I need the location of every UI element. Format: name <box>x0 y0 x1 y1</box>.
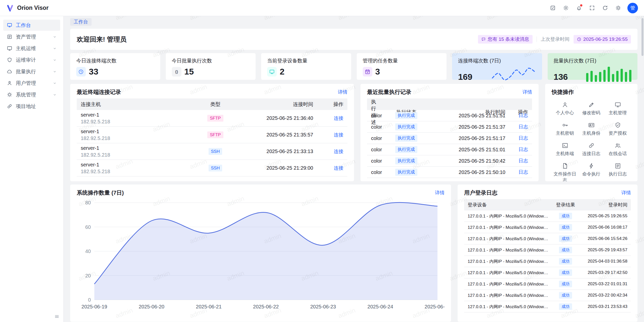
login-device: 127.0.0.1 - 内网IP - Mozilla/5.0 (Windows … <box>464 225 552 230</box>
top-bar: Orion Visor 管 <box>0 0 644 16</box>
sidebar-item[interactable]: 批量执行 <box>3 66 60 77</box>
login-device: 127.0.0.1 - 内网IP - Mozilla/5.0 (Windows … <box>464 293 552 298</box>
terminal-rows: server-1 182.92.5.218 SFTP 2025-06-25 21… <box>77 110 347 176</box>
result-badge: 成功 <box>559 303 572 310</box>
table-row: 127.0.0.1 - 内网IP - Mozilla/5.0 (Windows … <box>464 222 631 233</box>
stat-value: 136 <box>554 72 568 82</box>
login-rows: 127.0.0.1 - 内网IP - Mozilla/5.0 (Windows … <box>464 210 631 312</box>
quick-action-label: 主机管理 <box>609 110 627 116</box>
host-ip: 182.92.5.218 <box>81 168 192 175</box>
last-login-time-chip: 2025-06-25 19:26:55 <box>574 35 631 44</box>
stat-value: 3 <box>375 67 380 77</box>
protocol-badge: SSH <box>209 148 222 155</box>
connect-link[interactable]: 连接 <box>334 149 343 154</box>
monitor-icon <box>267 67 277 77</box>
connect-link[interactable]: 连接 <box>334 132 343 137</box>
status-badge: 执行完成 <box>395 123 417 130</box>
avatar[interactable]: 管 <box>627 3 638 13</box>
notification-bell-icon[interactable] <box>574 3 584 13</box>
login-time: 2025-05-29 19:43:57 <box>579 247 631 253</box>
result-badge: 成功 <box>559 258 572 265</box>
unread-messages-text: 您有 15 条未读消息 <box>488 36 529 43</box>
table-header: 登录设备 登录结果 登录时间 <box>464 199 631 210</box>
system-ops-panel: 系统操作数量 (7日) 详情 0204060802025-06-192025-0… <box>70 185 451 322</box>
sidebar-item[interactable]: 项目地址 <box>3 101 60 112</box>
quick-actions-panel: 快捷操作 个人中心 修改密码 <box>545 84 637 181</box>
sidebar-collapse-icon[interactable] <box>54 314 59 319</box>
protocol-badge: SSH <box>209 165 222 171</box>
col-desc: 执行描述 <box>367 98 381 126</box>
svg-text:2025-06-19: 2025-06-19 <box>82 304 107 309</box>
chevron-down-icon <box>53 81 57 85</box>
protocol-badge: SFTP <box>207 131 223 138</box>
sidebar-item[interactable]: 运维审计 <box>3 54 60 65</box>
log-link[interactable]: 日志 <box>518 135 528 141</box>
quick-action[interactable]: 个人中心 <box>552 99 578 118</box>
host-name: server-1 <box>81 128 192 135</box>
sidebar-item[interactable]: 工作台 <box>3 20 60 31</box>
stat-label: 今日批量执行次数 <box>172 57 250 64</box>
quick-action-label: 主机身份 <box>582 130 600 136</box>
quick-action[interactable]: 主机管理 <box>605 99 631 118</box>
connect-time: 2025-06-25 21:36:40 <box>234 115 317 121</box>
chart-detail-link[interactable]: 详情 <box>435 190 445 196</box>
log-link[interactable]: 日志 <box>518 147 528 152</box>
task-calendar-icon <box>363 67 372 77</box>
stat-card-exec-7d: 批量执行次数 (7日) 136 <box>548 53 638 80</box>
panel-title: 用户登录日志 <box>464 189 497 197</box>
sidebar-item[interactable]: 资产管理 <box>3 31 60 42</box>
quick-action[interactable]: 命令执行 <box>578 161 605 181</box>
settings-gear-icon[interactable] <box>613 3 623 13</box>
terminal-detail-link[interactable]: 详情 <box>338 89 347 95</box>
quick-action-label: 主机密钥 <box>556 130 574 136</box>
batch-detail-link[interactable]: 详情 <box>522 89 532 95</box>
login-detail-link[interactable]: 详情 <box>621 190 631 196</box>
quick-action[interactable]: 主机终端 <box>552 140 578 159</box>
sidebar-item-label: 主机运维 <box>16 45 36 52</box>
unread-messages-chip[interactable]: 您有 15 条未读消息 <box>478 35 533 44</box>
table-row: 127.0.0.1 - 内网IP - Mozilla/5.0 (Windows … <box>464 278 631 290</box>
scrollbar[interactable] <box>641 18 643 56</box>
svg-text:2025-06-21: 2025-06-21 <box>196 304 222 309</box>
stat-cards: 今日连接终端次数 33 今日批量执行次数 15 当前登录设备数量 2 <box>70 53 637 80</box>
chevron-down-icon <box>53 70 57 74</box>
quick-action-icon <box>588 163 595 169</box>
log-link[interactable]: 日志 <box>518 158 528 163</box>
breadcrumb[interactable]: 工作台 <box>70 18 92 26</box>
quick-action-icon <box>562 142 568 149</box>
log-link[interactable]: 日志 <box>518 113 528 118</box>
quick-action[interactable]: 连接日志 <box>578 140 605 159</box>
welcome-banner: 欢迎回来! 管理员 您有 15 条未读消息 上次登录时间 2025-06-25 … <box>70 29 637 50</box>
sidebar-item-label: 项目地址 <box>16 103 36 110</box>
login-time: 2025-06-06 16:08:17 <box>579 225 631 230</box>
connect-link[interactable]: 连接 <box>334 116 343 121</box>
quick-action[interactable]: 资产授权 <box>605 120 631 138</box>
connect-link[interactable]: 连接 <box>334 165 343 171</box>
quick-action[interactable]: 修改密码 <box>578 99 605 118</box>
quick-action[interactable]: 主机身份 <box>578 120 605 138</box>
refresh-icon[interactable] <box>600 3 610 13</box>
quick-action-label: 在线会话 <box>609 151 627 157</box>
quick-action[interactable]: 在线会话 <box>605 140 631 159</box>
log-link[interactable]: 日志 <box>518 124 528 129</box>
svg-text:20: 20 <box>85 273 91 278</box>
log-link[interactable]: 日志 <box>518 169 528 175</box>
quick-action[interactable]: 主机密钥 <box>552 120 578 138</box>
quick-action[interactable]: 执行日志 <box>605 161 631 181</box>
clock-icon <box>577 37 581 42</box>
sidebar-item[interactable]: 用户管理 <box>3 78 60 89</box>
quick-action[interactable]: 文件操作日志 <box>552 161 578 181</box>
last-login-time: 2025-06-25 19:26:55 <box>583 37 628 42</box>
quick-action-label: 主机终端 <box>556 151 574 157</box>
quick-action-label: 文件操作日志 <box>552 171 578 181</box>
app-logo[interactable]: Orion Visor <box>6 4 49 12</box>
panel-title: 系统操作数量 (7日) <box>77 189 124 197</box>
table-row: server-1 182.92.5.218 SSH 2025-06-25 21:… <box>77 160 347 176</box>
table-row: 127.0.0.1 - 内网IP - Mozilla/5.0 (Windows … <box>464 256 631 267</box>
square-check-icon[interactable] <box>547 3 558 13</box>
exec-time: 2025-06-25 21:51:51 <box>431 113 509 119</box>
sidebar-item[interactable]: 主机运维 <box>3 43 60 54</box>
sidebar-item[interactable]: 系统管理 <box>3 89 60 100</box>
theme-sun-icon[interactable] <box>560 3 571 13</box>
fullscreen-icon[interactable] <box>587 3 597 13</box>
